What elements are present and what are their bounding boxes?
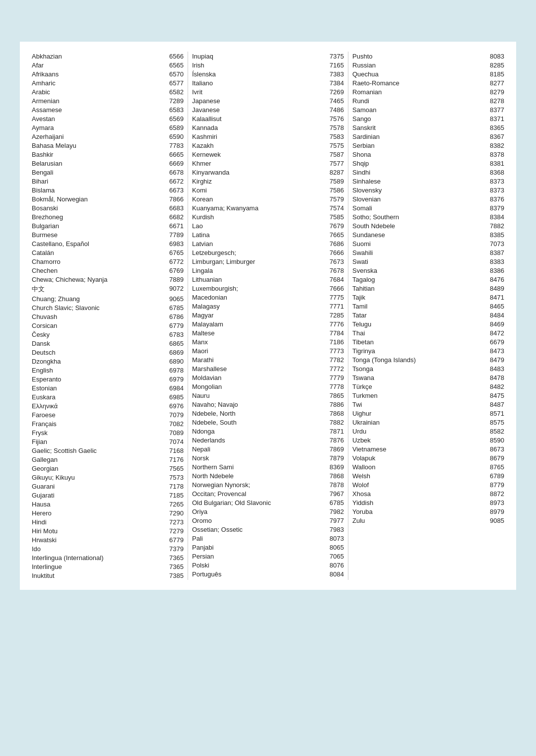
table-row: Slovenian8376 xyxy=(352,194,504,203)
language-code: 7982 xyxy=(330,508,344,515)
language-code: 7583 xyxy=(330,133,344,140)
table-row: Georgian7565 xyxy=(32,464,184,473)
language-code: 7586 xyxy=(330,187,344,194)
language-code: 7185 xyxy=(169,492,184,499)
language-name: Suomi xyxy=(352,240,490,248)
language-code: 7868 xyxy=(330,410,344,417)
language-code: 8365 xyxy=(490,124,504,131)
table-row: Sinhalese8373 xyxy=(352,177,504,186)
language-name: Armenian xyxy=(32,97,169,105)
language-name: Assamese xyxy=(32,106,169,114)
table-row: Norsk7879 xyxy=(192,453,344,462)
language-name: Swahili xyxy=(352,249,490,256)
language-name: Latina xyxy=(192,231,330,239)
language-name: Castellano, Español xyxy=(32,240,169,248)
table-row: Hrwatski6779 xyxy=(32,535,184,544)
language-table: Abkhazian6566Afar6565Afrikaans6570Amhari… xyxy=(20,42,516,590)
table-row: Japanese7465 xyxy=(192,96,344,105)
table-row: Lingala7678 xyxy=(192,266,344,275)
language-name: Interlingua (International) xyxy=(32,554,169,562)
language-code: 8482 xyxy=(490,383,504,390)
language-code: 8379 xyxy=(490,204,504,212)
language-code: 7666 xyxy=(330,249,344,256)
language-code: 8484 xyxy=(490,312,504,319)
language-code: 8469 xyxy=(490,320,504,328)
table-row: Quechua8185 xyxy=(352,69,504,78)
table-row: Italiano7384 xyxy=(192,78,344,87)
language-name: Türkçe xyxy=(352,383,490,390)
language-code: 8185 xyxy=(490,70,504,78)
table-row: Belarusian6669 xyxy=(32,159,184,168)
language-code: 7178 xyxy=(169,483,184,490)
language-name: Chuang; Zhuang xyxy=(32,295,169,303)
table-row: Romanian8279 xyxy=(352,87,504,96)
language-name: Ndonga xyxy=(192,428,330,435)
language-code: 7784 xyxy=(330,329,344,337)
table-row: Oromo7977 xyxy=(192,516,344,525)
table-row: Tigrinya8473 xyxy=(352,346,504,355)
language-code: 8287 xyxy=(330,169,344,176)
language-name: Macedonian xyxy=(192,294,330,301)
table-row: Kuanyama; Kwanyama7574 xyxy=(192,203,344,212)
language-name: Old Bulgarian; Old Slavonic xyxy=(192,499,330,506)
table-row: Kashmiri7583 xyxy=(192,132,344,141)
table-row: Bihari6672 xyxy=(32,177,184,186)
language-code: 7775 xyxy=(330,294,344,301)
language-code: 7375 xyxy=(330,53,344,60)
language-name: Dansk xyxy=(32,340,169,347)
table-row: Raeto-Romance8277 xyxy=(352,78,504,87)
language-code: 6890 xyxy=(169,358,184,365)
language-code: 8382 xyxy=(490,142,504,149)
language-code: 7273 xyxy=(169,518,184,526)
table-row: Armenian7289 xyxy=(32,96,184,105)
language-name: South Ndebele xyxy=(352,222,490,230)
table-row: Swahili8387 xyxy=(352,248,504,257)
language-name: Somali xyxy=(352,204,490,212)
language-name: Inuktitut xyxy=(32,572,169,579)
language-code: 6683 xyxy=(169,204,184,212)
language-code: 6583 xyxy=(169,106,184,114)
language-name: Malagasy xyxy=(192,303,330,310)
language-name: Turkmen xyxy=(352,392,490,399)
table-row: Ndebele, North7868 xyxy=(192,409,344,418)
language-code: 6566 xyxy=(169,53,184,60)
table-row: Avestan6569 xyxy=(32,114,184,123)
language-name: Sinhalese xyxy=(352,178,490,185)
language-name: Northern Sami xyxy=(192,463,330,471)
language-code: 8779 xyxy=(490,481,504,489)
table-row: Tajik8471 xyxy=(352,293,504,302)
language-code: 7771 xyxy=(330,303,344,310)
language-code: 7289 xyxy=(169,97,184,105)
table-row: Abkhazian6566 xyxy=(32,52,184,61)
language-code: 6671 xyxy=(169,222,184,230)
language-name: Hiri Motu xyxy=(32,527,169,535)
language-code: 8465 xyxy=(490,303,504,310)
table-row: Gujarati7185 xyxy=(32,491,184,500)
language-name: Herero xyxy=(32,509,169,517)
language-name: Hindi xyxy=(32,518,169,526)
language-code: 7882 xyxy=(330,419,344,426)
table-row: Kalaallisut7576 xyxy=(192,114,344,123)
language-code: 7876 xyxy=(330,437,344,444)
table-row: Pushto8083 xyxy=(352,52,504,61)
table-row: Herero7290 xyxy=(32,508,184,517)
language-code: 6983 xyxy=(169,240,184,248)
language-code: 8278 xyxy=(490,97,504,105)
table-row: Tonga (Tonga Islands)8479 xyxy=(352,355,504,364)
language-name: Uighur xyxy=(352,410,490,417)
language-name: Bokmål, Norwegian xyxy=(32,195,169,203)
language-name: Gaelic; Scottish Gaelic xyxy=(32,447,169,454)
language-code: 7772 xyxy=(330,365,344,373)
language-code: 8387 xyxy=(490,249,504,256)
language-name: Sindhi xyxy=(352,169,490,176)
table-row: Swati8383 xyxy=(352,257,504,266)
table-row: Northern Sami8369 xyxy=(192,462,344,471)
language-name: Deutsch xyxy=(32,349,169,356)
language-name: Abkhazian xyxy=(32,53,169,60)
language-code: 8590 xyxy=(490,437,504,444)
language-name: Ivrit xyxy=(192,88,330,96)
table-row: Français7082 xyxy=(32,419,184,428)
language-name: Kurdish xyxy=(192,213,330,221)
language-name: Bislama xyxy=(32,187,169,194)
table-row: Marshallese7772 xyxy=(192,364,344,373)
